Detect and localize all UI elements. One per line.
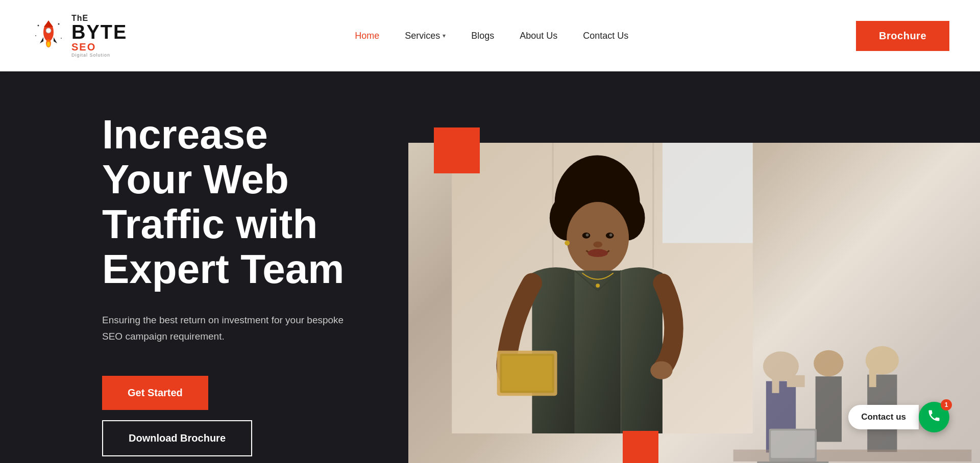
svg-point-9 xyxy=(35,35,36,36)
logo-seo: SEO xyxy=(71,42,127,52)
svg-rect-14 xyxy=(663,143,753,243)
nav-about-us[interactable]: About Us xyxy=(520,31,557,41)
svg-point-26 xyxy=(588,249,608,257)
hero-subtitle: Ensuring the best return on investment f… xyxy=(102,312,347,345)
svg-point-27 xyxy=(593,242,602,248)
svg-rect-38 xyxy=(772,372,779,393)
nav-home[interactable]: Home xyxy=(355,31,379,41)
nav-blogs[interactable]: Blogs xyxy=(471,31,494,41)
svg-point-10 xyxy=(61,38,62,39)
svg-point-43 xyxy=(814,350,843,376)
svg-point-2 xyxy=(46,28,51,33)
header: ThE BYTE SEO Digital Solution Home Servi… xyxy=(0,0,980,71)
services-chevron-icon: ▾ xyxy=(443,32,446,39)
svg-rect-13 xyxy=(652,143,654,268)
orange-square-bottom xyxy=(623,431,658,463)
svg-point-35 xyxy=(565,241,570,246)
svg-rect-39 xyxy=(787,375,805,387)
hero-title: Increase Your Web Traffic with Expert Te… xyxy=(102,112,368,292)
contact-float-label: Contact us xyxy=(848,405,919,429)
phone-icon xyxy=(927,408,941,426)
logo-byte: BYTE xyxy=(71,22,127,42)
contact-float: Contact us 1 xyxy=(848,402,949,432)
logo-text: ThE BYTE SEO Digital Solution xyxy=(71,14,127,58)
notification-badge: 1 xyxy=(941,399,952,410)
svg-rect-48 xyxy=(757,461,828,463)
background-people xyxy=(725,319,980,463)
svg-rect-45 xyxy=(733,449,972,461)
svg-rect-42 xyxy=(869,369,876,387)
download-brochure-button[interactable]: Download Brochure xyxy=(102,420,252,456)
hero-buttons: Get Started Download Brochure xyxy=(102,376,368,456)
logo-tagline: Digital Solution xyxy=(71,53,127,58)
nav-services[interactable]: Services ▾ xyxy=(405,31,446,41)
svg-rect-47 xyxy=(771,430,815,458)
svg-point-6 xyxy=(47,42,50,47)
contact-phone-button[interactable]: 1 xyxy=(919,402,949,432)
nav-contact-us[interactable]: Contact Us xyxy=(583,31,628,41)
hero-section: Increase Your Web Traffic with Expert Te… xyxy=(0,71,980,463)
svg-point-21 xyxy=(567,202,629,274)
svg-rect-28 xyxy=(575,271,621,433)
woman-illustration xyxy=(449,143,755,433)
orange-square-top xyxy=(434,127,480,173)
logo[interactable]: ThE BYTE SEO Digital Solution xyxy=(31,14,127,58)
brochure-button[interactable]: Brochure xyxy=(856,21,949,51)
svg-point-19 xyxy=(592,167,632,197)
hero-content: Increase Your Web Traffic with Expert Te… xyxy=(0,71,408,463)
main-nav: Home Services ▾ Blogs About Us Contact U… xyxy=(355,31,628,41)
svg-point-7 xyxy=(38,25,39,27)
rocket-icon xyxy=(31,18,66,54)
svg-rect-33 xyxy=(502,356,552,391)
get-started-button[interactable]: Get Started xyxy=(102,376,208,410)
svg-point-8 xyxy=(58,23,60,25)
svg-point-24 xyxy=(586,234,589,237)
svg-marker-1 xyxy=(44,20,53,27)
svg-marker-3 xyxy=(40,37,43,43)
svg-marker-4 xyxy=(54,37,57,43)
svg-rect-44 xyxy=(816,376,842,442)
svg-point-25 xyxy=(609,234,612,237)
svg-point-30 xyxy=(650,361,672,379)
svg-point-34 xyxy=(596,284,600,288)
